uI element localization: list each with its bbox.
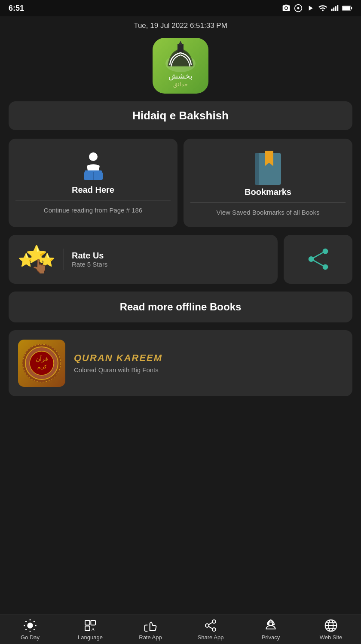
privacy-icon xyxy=(264,619,278,632)
svg-text:كريم: كريم xyxy=(37,364,47,370)
offline-title-bar: Read more offline Books xyxy=(9,292,352,322)
svg-line-27 xyxy=(311,259,325,267)
nav-language-label: Language xyxy=(78,634,103,641)
book-card[interactable]: قرآن كريم QURAN KAREEM Colored Quran wit… xyxy=(9,330,352,396)
nav-website[interactable]: Web Site xyxy=(309,619,352,641)
rate-subtitle: Rate 5 Stars xyxy=(72,261,107,268)
sun-icon xyxy=(23,619,37,632)
status-bar: 6:51 xyxy=(0,0,361,16)
svg-rect-3 xyxy=(331,9,333,11)
svg-rect-43 xyxy=(85,620,90,625)
bookmarks-icon xyxy=(253,151,283,187)
svg-rect-8 xyxy=(343,6,350,10)
svg-point-49 xyxy=(212,628,216,631)
bookmarks-subtitle: View Saved Bookmarks of all Books xyxy=(217,208,320,218)
svg-text:بخشش: بخشش xyxy=(168,72,193,81)
bottom-nav: Go Day A Language Rate App Share App xyxy=(0,614,361,644)
rate-divider xyxy=(64,249,64,270)
nav-website-label: Web Site xyxy=(320,634,343,641)
svg-point-25 xyxy=(322,264,328,270)
status-icons xyxy=(282,3,352,13)
svg-line-26 xyxy=(311,251,325,259)
datetime-text: Tue, 19 Jul 2022 6:51:33 PM xyxy=(134,21,227,30)
app-logo-container: بخشش حدائق xyxy=(0,33,361,101)
status-time: 6:51 xyxy=(9,4,24,13)
read-here-card[interactable]: Read Here Continue reading from Page # 1… xyxy=(9,139,177,227)
read-here-subtitle: Continue reading from Page # 186 xyxy=(44,206,142,216)
svg-point-15 xyxy=(89,152,98,161)
app-logo: بخشش حدائق xyxy=(153,38,208,94)
hand-pointer: 👆🏾 xyxy=(31,258,49,274)
svg-line-51 xyxy=(208,623,212,625)
rate-card[interactable]: ⭐ ⭐ ⭐ 👆🏾 Rate Us Rate 5 Stars xyxy=(9,235,278,284)
nav-privacy[interactable]: Privacy xyxy=(249,619,292,641)
svg-rect-44 xyxy=(91,620,95,625)
app-title-bar: Hidaiq e Bakshish xyxy=(9,101,352,130)
battery-icon xyxy=(342,5,352,12)
read-here-title: Read Here xyxy=(72,185,114,195)
svg-point-23 xyxy=(322,249,328,254)
globe-icon xyxy=(324,619,338,632)
svg-rect-45 xyxy=(85,626,90,631)
svg-line-40 xyxy=(34,629,34,630)
read-here-icon xyxy=(76,151,110,185)
svg-line-50 xyxy=(208,626,212,629)
bookmarks-title: Bookmarks xyxy=(245,187,291,197)
svg-rect-4 xyxy=(333,8,334,11)
svg-marker-12 xyxy=(178,41,183,45)
camera-icon xyxy=(282,4,291,12)
thumbsup-icon xyxy=(144,619,157,632)
datetime-bar: Tue, 19 Jul 2022 6:51:33 PM xyxy=(0,16,361,33)
rate-stars: ⭐ ⭐ ⭐ 👆🏾 xyxy=(17,244,56,274)
svg-rect-5 xyxy=(335,6,337,11)
book-info: QURAN KAREEM Colored Quran with Big Font… xyxy=(74,352,162,374)
svg-rect-9 xyxy=(351,7,352,9)
share-app-icon xyxy=(204,619,217,632)
book-subtitle: Colored Quran with Big Fonts xyxy=(74,366,162,374)
svg-point-0 xyxy=(285,7,288,9)
nav-rate-app-label: Rate App xyxy=(139,634,162,641)
share-icon xyxy=(306,247,330,271)
nav-share-app[interactable]: Share App xyxy=(189,619,232,641)
nav-go-day[interactable]: Go Day xyxy=(9,619,52,641)
offline-title: Read more offline Books xyxy=(120,301,242,313)
main-cards-row: Read Here Continue reading from Page # 1… xyxy=(9,139,352,227)
svg-rect-6 xyxy=(337,5,338,11)
bookmarks-card[interactable]: Bookmarks View Saved Bookmarks of all Bo… xyxy=(184,139,352,227)
svg-point-30 xyxy=(30,351,54,375)
book-thumb-icon: قرآن كريم xyxy=(20,342,63,385)
svg-point-48 xyxy=(205,624,209,627)
svg-line-42 xyxy=(34,621,34,622)
svg-text:A: A xyxy=(91,626,95,632)
svg-text:حدائق: حدائق xyxy=(173,81,188,88)
translate-icon: A xyxy=(83,619,97,632)
play-icon xyxy=(306,4,315,12)
svg-rect-20 xyxy=(255,153,259,185)
nav-rate-app[interactable]: Rate App xyxy=(129,619,172,641)
svg-rect-11 xyxy=(177,44,184,52)
svg-point-2 xyxy=(297,7,300,9)
book-title: QURAN KAREEM xyxy=(74,352,162,364)
nav-privacy-label: Privacy xyxy=(262,634,280,641)
app-logo-svg: بخشش حدائق xyxy=(155,40,206,91)
nav-go-day-label: Go Day xyxy=(21,634,40,641)
svg-line-41 xyxy=(26,629,27,630)
share-card[interactable] xyxy=(284,235,352,284)
read-divider xyxy=(15,200,171,200)
book-thumbnail: قرآن كريم xyxy=(18,340,65,387)
rate-text: Rate Us Rate 5 Stars xyxy=(72,251,107,268)
nav-share-app-label: Share App xyxy=(198,634,224,641)
svg-point-47 xyxy=(212,620,216,623)
wifi-icon xyxy=(318,3,327,13)
aperture-icon xyxy=(294,4,303,12)
action-row: ⭐ ⭐ ⭐ 👆🏾 Rate Us Rate 5 Stars xyxy=(9,235,352,284)
svg-point-34 xyxy=(27,623,33,628)
signal-icon xyxy=(331,4,339,12)
app-title: Hidaiq e Bakshish xyxy=(132,109,229,122)
svg-line-39 xyxy=(26,621,27,622)
bookmarks-divider xyxy=(190,202,346,203)
nav-language[interactable]: A Language xyxy=(69,619,112,641)
rate-title: Rate Us xyxy=(72,251,107,261)
svg-text:قرآن: قرآن xyxy=(36,355,48,363)
